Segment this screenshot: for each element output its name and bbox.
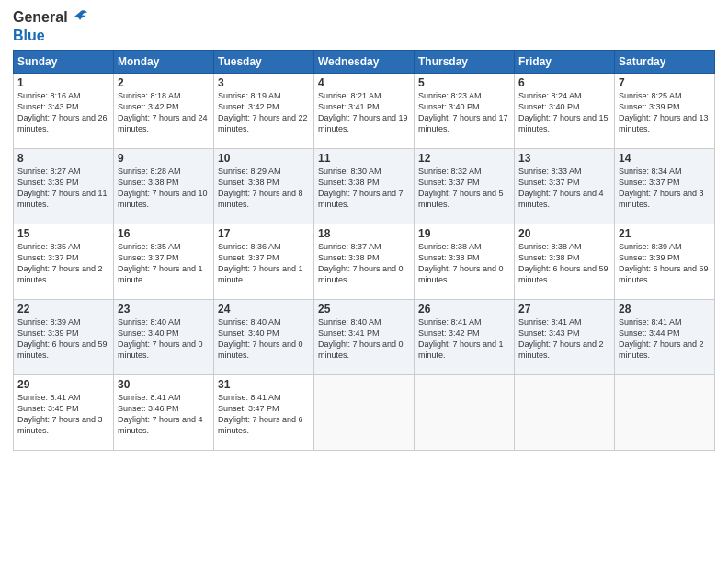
- bird-icon: [70, 7, 90, 28]
- calendar-cell: [515, 375, 615, 451]
- calendar-week-3: 22 Sunrise: 8:39 AMSunset: 3:39 PMDaylig…: [14, 300, 715, 375]
- col-monday: Monday: [114, 51, 214, 74]
- calendar-cell: 4 Sunrise: 8:21 AMSunset: 3:41 PMDayligh…: [314, 74, 415, 149]
- calendar-cell: 10 Sunrise: 8:29 AMSunset: 3:38 PMDaylig…: [214, 149, 314, 224]
- day-number: 16: [118, 227, 210, 240]
- cell-info: Sunrise: 8:24 AMSunset: 3:40 PMDaylight:…: [518, 90, 610, 135]
- calendar-cell: 11 Sunrise: 8:30 AMSunset: 3:38 PMDaylig…: [314, 149, 415, 224]
- day-number: 12: [418, 152, 510, 165]
- day-number: 6: [518, 76, 610, 89]
- cell-info: Sunrise: 8:41 AMSunset: 3:45 PMDaylight:…: [17, 392, 109, 437]
- cell-info: Sunrise: 8:40 AMSunset: 3:41 PMDaylight:…: [318, 316, 410, 362]
- cell-info: Sunrise: 8:33 AMSunset: 3:37 PMDaylight:…: [518, 166, 610, 211]
- col-friday: Friday: [515, 51, 615, 74]
- calendar-cell: [615, 375, 715, 451]
- day-number: 2: [118, 76, 210, 89]
- col-wednesday: Wednesday: [314, 51, 415, 74]
- cell-info: Sunrise: 8:28 AMSunset: 3:38 PMDaylight:…: [118, 166, 210, 211]
- col-sunday: Sunday: [14, 51, 114, 74]
- calendar-week-2: 15 Sunrise: 8:35 AMSunset: 3:37 PMDaylig…: [14, 224, 715, 300]
- day-number: 25: [318, 303, 410, 316]
- day-number: 4: [318, 76, 410, 89]
- day-number: 17: [218, 227, 310, 240]
- day-number: 24: [218, 303, 310, 316]
- cell-info: Sunrise: 8:41 AMSunset: 3:47 PMDaylight:…: [218, 392, 310, 437]
- calendar-cell: 14 Sunrise: 8:34 AMSunset: 3:37 PMDaylig…: [615, 149, 715, 224]
- header: General Blue: [13, 9, 715, 44]
- calendar-cell: 28 Sunrise: 8:41 AMSunset: 3:44 PMDaylig…: [615, 300, 715, 375]
- day-number: 21: [619, 227, 711, 240]
- day-number: 3: [218, 76, 310, 89]
- calendar-cell: 27 Sunrise: 8:41 AMSunset: 3:43 PMDaylig…: [515, 300, 615, 375]
- logo-text-block: General: [13, 9, 90, 28]
- day-number: 1: [17, 76, 109, 89]
- calendar-cell: 17 Sunrise: 8:36 AMSunset: 3:37 PMDaylig…: [214, 224, 314, 300]
- day-number: 30: [118, 378, 210, 391]
- calendar-cell: 9 Sunrise: 8:28 AMSunset: 3:38 PMDayligh…: [114, 149, 214, 224]
- col-tuesday: Tuesday: [214, 51, 314, 74]
- cell-info: Sunrise: 8:30 AMSunset: 3:38 PMDaylight:…: [318, 166, 410, 211]
- day-number: 28: [619, 303, 711, 316]
- calendar-cell: 3 Sunrise: 8:19 AMSunset: 3:42 PMDayligh…: [214, 74, 314, 149]
- day-number: 20: [518, 227, 610, 240]
- cell-info: Sunrise: 8:18 AMSunset: 3:42 PMDaylight:…: [118, 90, 210, 135]
- day-number: 22: [17, 303, 109, 316]
- calendar-week-4: 29 Sunrise: 8:41 AMSunset: 3:45 PMDaylig…: [14, 375, 715, 451]
- cell-info: Sunrise: 8:21 AMSunset: 3:41 PMDaylight:…: [318, 90, 410, 135]
- calendar-cell: 1 Sunrise: 8:16 AMSunset: 3:43 PMDayligh…: [14, 74, 114, 149]
- calendar-week-1: 8 Sunrise: 8:27 AMSunset: 3:39 PMDayligh…: [14, 149, 715, 224]
- calendar-cell: 6 Sunrise: 8:24 AMSunset: 3:40 PMDayligh…: [515, 74, 615, 149]
- day-number: 27: [518, 303, 610, 316]
- calendar-cell: 18 Sunrise: 8:37 AMSunset: 3:38 PMDaylig…: [314, 224, 415, 300]
- day-number: 18: [318, 227, 410, 240]
- day-number: 31: [218, 378, 310, 391]
- calendar-cell: 7 Sunrise: 8:25 AMSunset: 3:39 PMDayligh…: [615, 74, 715, 149]
- cell-info: Sunrise: 8:39 AMSunset: 3:39 PMDaylight:…: [619, 241, 711, 286]
- calendar-cell: 29 Sunrise: 8:41 AMSunset: 3:45 PMDaylig…: [14, 375, 114, 451]
- calendar-cell: 30 Sunrise: 8:41 AMSunset: 3:46 PMDaylig…: [114, 375, 214, 451]
- header-row: Sunday Monday Tuesday Wednesday Thursday…: [14, 51, 715, 74]
- calendar-cell: [314, 375, 415, 451]
- day-number: 29: [17, 378, 109, 391]
- cell-info: Sunrise: 8:23 AMSunset: 3:40 PMDaylight:…: [418, 90, 510, 135]
- day-number: 8: [17, 152, 109, 165]
- calendar-cell: 2 Sunrise: 8:18 AMSunset: 3:42 PMDayligh…: [114, 74, 214, 149]
- day-number: 26: [418, 303, 510, 316]
- cell-info: Sunrise: 8:29 AMSunset: 3:38 PMDaylight:…: [218, 166, 310, 211]
- day-number: 5: [418, 76, 510, 89]
- cell-info: Sunrise: 8:35 AMSunset: 3:37 PMDaylight:…: [118, 241, 210, 286]
- cell-info: Sunrise: 8:25 AMSunset: 3:39 PMDaylight:…: [619, 90, 711, 135]
- logo: General Blue: [13, 9, 90, 44]
- calendar-week-0: 1 Sunrise: 8:16 AMSunset: 3:43 PMDayligh…: [14, 74, 715, 149]
- cell-info: Sunrise: 8:36 AMSunset: 3:37 PMDaylight:…: [218, 241, 310, 286]
- calendar-cell: 22 Sunrise: 8:39 AMSunset: 3:39 PMDaylig…: [14, 300, 114, 375]
- cell-info: Sunrise: 8:40 AMSunset: 3:40 PMDaylight:…: [218, 316, 310, 362]
- day-number: 11: [318, 152, 410, 165]
- calendar-cell: 20 Sunrise: 8:38 AMSunset: 3:38 PMDaylig…: [515, 224, 615, 300]
- calendar-cell: 25 Sunrise: 8:40 AMSunset: 3:41 PMDaylig…: [314, 300, 415, 375]
- cell-info: Sunrise: 8:40 AMSunset: 3:40 PMDaylight:…: [118, 316, 210, 362]
- calendar-cell: 24 Sunrise: 8:40 AMSunset: 3:40 PMDaylig…: [214, 300, 314, 375]
- calendar-cell: 16 Sunrise: 8:35 AMSunset: 3:37 PMDaylig…: [114, 224, 214, 300]
- calendar-cell: 26 Sunrise: 8:41 AMSunset: 3:42 PMDaylig…: [415, 300, 515, 375]
- cell-info: Sunrise: 8:39 AMSunset: 3:39 PMDaylight:…: [17, 316, 109, 362]
- day-number: 19: [418, 227, 510, 240]
- calendar-cell: 12 Sunrise: 8:32 AMSunset: 3:37 PMDaylig…: [415, 149, 515, 224]
- calendar-table: Sunday Monday Tuesday Wednesday Thursday…: [13, 50, 715, 451]
- cell-info: Sunrise: 8:41 AMSunset: 3:43 PMDaylight:…: [518, 316, 610, 362]
- cell-info: Sunrise: 8:41 AMSunset: 3:44 PMDaylight:…: [619, 316, 711, 362]
- calendar-cell: 15 Sunrise: 8:35 AMSunset: 3:37 PMDaylig…: [14, 224, 114, 300]
- day-number: 23: [118, 303, 210, 316]
- cell-info: Sunrise: 8:37 AMSunset: 3:38 PMDaylight:…: [318, 241, 410, 286]
- cell-info: Sunrise: 8:34 AMSunset: 3:37 PMDaylight:…: [619, 166, 711, 211]
- day-number: 14: [619, 152, 711, 165]
- calendar-cell: 5 Sunrise: 8:23 AMSunset: 3:40 PMDayligh…: [415, 74, 515, 149]
- calendar-cell: 23 Sunrise: 8:40 AMSunset: 3:40 PMDaylig…: [114, 300, 214, 375]
- calendar-cell: [415, 375, 515, 451]
- day-number: 15: [17, 227, 109, 240]
- cell-info: Sunrise: 8:41 AMSunset: 3:42 PMDaylight:…: [418, 316, 510, 362]
- logo-blue-line: Blue: [13, 28, 45, 44]
- cell-info: Sunrise: 8:38 AMSunset: 3:38 PMDaylight:…: [518, 241, 610, 286]
- col-saturday: Saturday: [615, 51, 715, 74]
- cell-info: Sunrise: 8:41 AMSunset: 3:46 PMDaylight:…: [118, 392, 210, 437]
